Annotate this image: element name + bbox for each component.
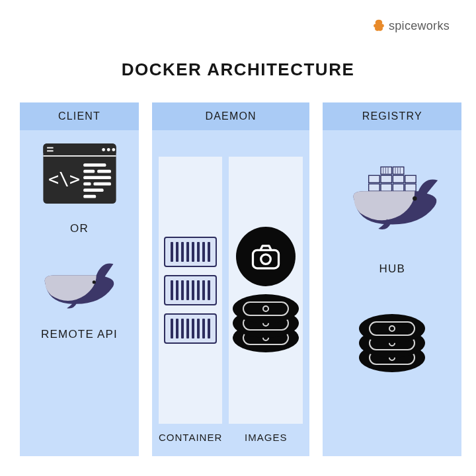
container-stack (159, 157, 222, 424)
camera-icon (236, 227, 296, 286)
svg-rect-27 (381, 184, 392, 191)
subcolumn-images: IMAGES (229, 157, 303, 443)
column-client-body: <\> OR R (20, 130, 139, 456)
column-client-head: CLIENT (20, 102, 139, 130)
container-icon (164, 275, 217, 305)
svg-rect-18 (253, 250, 279, 268)
svg-rect-10 (83, 170, 95, 173)
svg-rect-28 (393, 184, 405, 191)
column-daemon-head: DAEMON (152, 102, 309, 130)
svg-rect-12 (83, 176, 111, 179)
column-daemon: DAEMON CONTAINE (152, 102, 309, 456)
svg-rect-9 (83, 163, 106, 167)
whale-icon (40, 251, 119, 313)
svg-rect-14 (93, 182, 111, 186)
svg-rect-6 (47, 147, 54, 149)
docker-whale-icon (346, 163, 438, 239)
page-title: DOCKER ARCHITECTURE (0, 60, 476, 80)
images-label: IMAGES (245, 424, 287, 443)
svg-rect-16 (83, 195, 96, 198)
svg-point-19 (261, 255, 271, 264)
svg-rect-11 (97, 170, 111, 173)
column-daemon-body: CONTAINER (152, 130, 309, 456)
svg-rect-1 (43, 143, 116, 156)
hub-label: HUB (379, 262, 405, 276)
container-icon (164, 237, 217, 267)
images-stack (229, 157, 303, 424)
architecture-columns: CLIENT <\> (20, 102, 456, 456)
column-client: CLIENT <\> (20, 102, 139, 456)
column-registry: REGISTRY (323, 102, 461, 456)
terminal-icon: <\> (42, 142, 118, 208)
or-label: OR (70, 222, 89, 235)
container-label: CONTAINER (159, 424, 222, 443)
svg-rect-24 (393, 175, 405, 182)
svg-point-36 (413, 196, 416, 200)
svg-rect-21 (393, 167, 405, 175)
svg-rect-25 (405, 175, 416, 182)
svg-rect-20 (381, 167, 392, 175)
svg-point-3 (102, 148, 105, 151)
brand-text: spiceworks (389, 19, 450, 33)
svg-rect-23 (381, 175, 392, 182)
container-icon (164, 313, 217, 344)
svg-rect-22 (369, 175, 380, 182)
svg-rect-29 (405, 184, 416, 191)
svg-text:<\>: <\> (48, 169, 80, 189)
svg-point-4 (106, 148, 110, 151)
brand-logo: spiceworks (372, 19, 450, 33)
remote-api-label: REMOTE API (41, 328, 118, 341)
daemon-subcolumns: CONTAINER (159, 157, 303, 443)
svg-point-5 (112, 148, 115, 151)
svg-point-17 (93, 280, 96, 284)
svg-rect-13 (83, 182, 91, 186)
svg-rect-15 (83, 188, 103, 192)
column-registry-body: HUB (323, 130, 461, 456)
image-stack-icon (233, 294, 299, 354)
svg-rect-26 (369, 184, 380, 191)
column-registry-head: REGISTRY (323, 102, 461, 130)
image-stack-icon (359, 314, 425, 374)
svg-rect-7 (47, 150, 54, 151)
subcolumn-container: CONTAINER (159, 157, 222, 443)
spiceworks-icon (372, 19, 386, 33)
